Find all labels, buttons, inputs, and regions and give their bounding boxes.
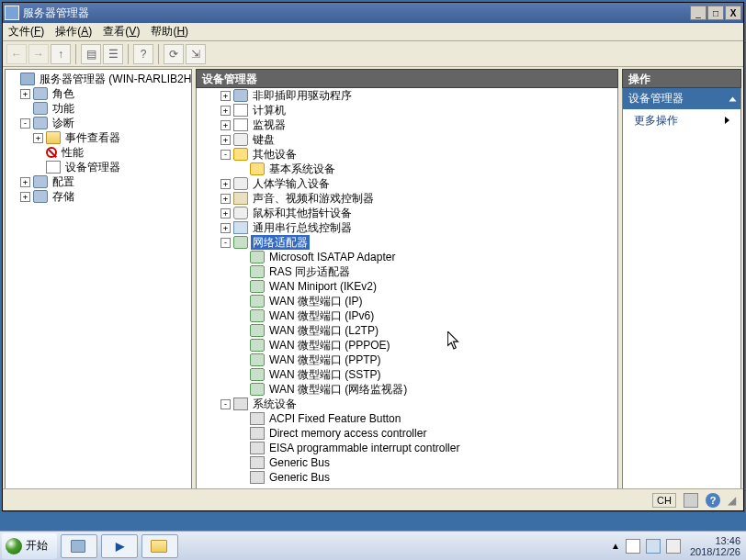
navigation-tree-pane[interactable]: 服务器管理器 (WIN-RARLIB2HNU + 角色 功能 - 诊断 xyxy=(5,69,192,509)
taskbar[interactable]: 开始 ▶ ▲ 13:46 2018/12/26 xyxy=(0,531,746,560)
device-row[interactable]: RAS 同步适配器 xyxy=(197,264,617,279)
net-icon xyxy=(250,265,265,278)
device-row[interactable]: WAN 微型端口 (IPv6) xyxy=(197,308,617,323)
help-button[interactable]: ? xyxy=(133,44,153,64)
diagnostics-icon xyxy=(33,117,48,129)
device-row[interactable]: -系统设备 xyxy=(197,397,617,411)
task-powershell[interactable]: ▶ xyxy=(101,534,138,558)
volume-icon[interactable] xyxy=(666,539,681,554)
tree-performance[interactable]: 性能 xyxy=(6,145,191,160)
expand-toggle[interactable]: + xyxy=(220,120,231,130)
device-row[interactable]: 基本系统设备 xyxy=(197,162,617,176)
device-row[interactable]: -网络适配器 xyxy=(197,235,617,250)
usb-icon xyxy=(233,221,248,234)
help-icon[interactable]: ? xyxy=(706,493,720,508)
net-icon xyxy=(250,353,265,366)
title-bar[interactable]: 服务器管理器 _ □ X xyxy=(3,3,743,23)
device-row[interactable]: WAN Miniport (IKEv2) xyxy=(197,279,617,294)
tree-storage[interactable]: + 存储 xyxy=(6,189,191,204)
device-row[interactable]: WAN 微型端口 (PPPOE) xyxy=(197,338,617,353)
q-icon xyxy=(250,162,265,175)
task-server-manager[interactable] xyxy=(61,534,97,558)
clock[interactable]: 13:46 2018/12/26 xyxy=(690,535,740,557)
console-button[interactable]: ▤ xyxy=(81,44,101,64)
keyboard-icon[interactable] xyxy=(684,493,698,508)
export-button[interactable]: ⇲ xyxy=(186,44,206,64)
device-row[interactable]: Direct memory access controller xyxy=(197,426,617,441)
device-row[interactable]: +声音、视频和游戏控制器 xyxy=(197,191,617,206)
up-button[interactable]: ↑ xyxy=(51,44,71,64)
action-panel-title[interactable]: 设备管理器 xyxy=(623,88,740,109)
device-row[interactable]: EISA programmable interrupt controller xyxy=(197,441,617,455)
device-row[interactable]: Generic Bus xyxy=(197,470,617,485)
expand-toggle[interactable]: - xyxy=(220,150,231,160)
toolbar: ← → ↑ ▤ ☰ ? ⟳ ⇲ xyxy=(3,41,743,67)
device-row[interactable]: WAN 微型端口 (IP) xyxy=(197,294,617,308)
minimize-button[interactable]: _ xyxy=(690,6,706,20)
prop-button[interactable]: ☰ xyxy=(103,44,123,64)
chip-icon xyxy=(250,442,265,454)
lang-indicator[interactable]: CH xyxy=(652,493,676,508)
tree-diagnostics[interactable]: - 诊断 xyxy=(6,116,191,130)
tree-roles[interactable]: + 角色 xyxy=(6,86,191,101)
net-icon xyxy=(250,383,265,396)
tree-config[interactable]: + 配置 xyxy=(6,174,191,189)
expand-toggle[interactable]: + xyxy=(220,208,231,218)
device-row[interactable]: +键盘 xyxy=(197,132,617,147)
device-row[interactable]: +监视器 xyxy=(197,118,617,132)
device-row[interactable]: WAN 微型端口 (L2TP) xyxy=(197,323,617,338)
more-actions[interactable]: 更多操作 xyxy=(623,109,740,132)
device-row[interactable]: +计算机 xyxy=(197,103,617,118)
config-icon xyxy=(33,175,48,188)
device-row[interactable]: +非即插即用驱动程序 xyxy=(197,88,617,103)
mouse-icon xyxy=(233,207,248,219)
device-tree[interactable]: +非即插即用驱动程序+计算机+监视器+键盘-其他设备基本系统设备+人体学输入设备… xyxy=(196,88,618,509)
menu-help[interactable]: 帮助(H) xyxy=(151,24,188,39)
menu-view[interactable]: 查看(V) xyxy=(103,24,140,39)
expand-toggle[interactable]: + xyxy=(220,106,231,116)
collapse-icon xyxy=(729,96,737,101)
device-row[interactable]: ACPI Fixed Feature Button xyxy=(197,411,617,426)
menu-action[interactable]: 操作(A) xyxy=(55,24,92,39)
net-icon xyxy=(250,339,265,352)
tree-root[interactable]: 服务器管理器 (WIN-RARLIB2HNU xyxy=(6,72,191,86)
start-button[interactable]: 开始 xyxy=(2,533,57,559)
expand-toggle[interactable]: - xyxy=(220,238,231,248)
flag-icon[interactable] xyxy=(626,539,640,554)
device-row[interactable]: WAN 微型端口 (PPTP) xyxy=(197,353,617,367)
device-row[interactable]: +鼠标和其他指针设备 xyxy=(197,206,617,220)
device-row[interactable]: WAN 微型端口 (网络监视器) xyxy=(197,382,617,397)
expand-toggle[interactable]: + xyxy=(220,223,231,233)
device-row[interactable]: Generic Bus xyxy=(197,455,617,470)
tree-device-manager[interactable]: 设备管理器 xyxy=(6,160,191,174)
device-row[interactable]: -其他设备 xyxy=(197,147,617,162)
device-row[interactable]: +通用串行总线控制器 xyxy=(197,220,617,235)
server-icon xyxy=(20,73,35,85)
maximize-button[interactable]: □ xyxy=(707,6,724,20)
chip-icon xyxy=(250,471,265,484)
expand-toggle[interactable]: + xyxy=(220,135,231,145)
expand-toggle[interactable]: + xyxy=(220,179,231,189)
forward-button[interactable]: → xyxy=(28,44,49,64)
task-explorer[interactable] xyxy=(141,534,178,558)
tree-event-viewer[interactable]: + 事件查看器 xyxy=(6,130,191,145)
back-button[interactable]: ← xyxy=(6,44,27,64)
close-button[interactable]: X xyxy=(725,6,741,20)
snd-icon xyxy=(233,192,248,205)
menu-file[interactable]: 文件(F) xyxy=(8,24,44,39)
expand-toggle[interactable]: + xyxy=(220,194,231,204)
device-row[interactable]: Microsoft ISATAP Adapter xyxy=(197,250,617,264)
refresh-button[interactable]: ⟳ xyxy=(164,44,184,64)
tree-features[interactable]: 功能 xyxy=(6,101,191,116)
resize-grip[interactable]: ◢ xyxy=(728,494,736,507)
device-row[interactable]: +人体学输入设备 xyxy=(197,176,617,191)
expand-toggle[interactable]: + xyxy=(220,91,231,101)
expand-toggle[interactable]: - xyxy=(220,399,231,409)
network-icon[interactable] xyxy=(646,539,661,554)
server-manager-window: 服务器管理器 _ □ X 文件(F) 操作(A) 查看(V) 帮助(H) ← →… xyxy=(2,2,744,511)
tray-up-icon[interactable]: ▲ xyxy=(611,541,620,551)
device-row[interactable]: WAN 微型端口 (SSTP) xyxy=(197,367,617,382)
window-title: 服务器管理器 xyxy=(23,6,690,21)
chip-icon xyxy=(250,412,265,425)
kb-icon xyxy=(233,177,248,190)
